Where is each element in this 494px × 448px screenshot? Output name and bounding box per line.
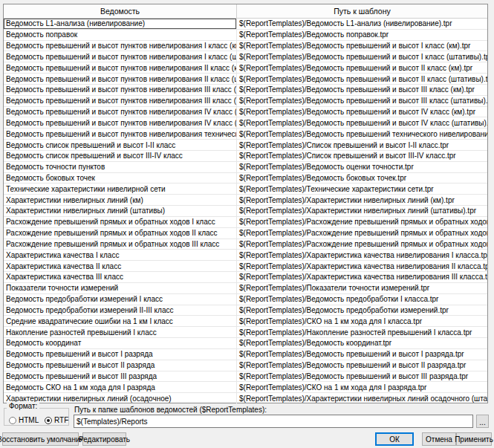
table-row[interactable]: Расхождение превышений прямых и обратных…: [4, 228, 487, 239]
report-name-cell[interactable]: Показатели точности измерений: [4, 283, 237, 293]
table-row[interactable]: Ведомость превышений и высот пунктов нив…: [4, 129, 487, 140]
template-path-cell[interactable]: $(ReportTemplates)/Ведомость превышений …: [237, 74, 487, 84]
report-name-cell[interactable]: Ведомость превышений и высот пунктов нив…: [4, 41, 237, 51]
table-row[interactable]: Ведомость превышений и высот пунктов нив…: [4, 62, 487, 74]
table-row[interactable]: Технические характеристики нивелирной се…: [4, 184, 487, 195]
template-path-cell[interactable]: $(ReportTemplates)/Ведомость превышений …: [237, 129, 487, 139]
table-row[interactable]: Характеристики нивелирных линий (штативы…: [4, 206, 487, 217]
radio-circle-icon[interactable]: [45, 417, 52, 424]
template-path-cell[interactable]: $(ReportTemplates)/Характеристика качест…: [237, 250, 487, 260]
table-row[interactable]: Расхождение превышений прямых и обратных…: [4, 239, 487, 250]
apply-button[interactable]: Применить: [456, 432, 492, 446]
radio-html[interactable]: HTML: [9, 416, 39, 424]
ok-button[interactable]: ОК: [375, 432, 414, 446]
table-row[interactable]: Характеристика качества II класс$(Report…: [4, 261, 487, 272]
table-row[interactable]: Ведомость превышений и высот I разряда$(…: [4, 349, 487, 360]
template-path-cell[interactable]: $(ReportTemplates)/Ведомость предобработ…: [237, 305, 487, 316]
table-row[interactable]: Ведомость список превышений и высот I-II…: [4, 140, 487, 151]
report-name-cell[interactable]: Расхождение превышений прямых и обратных…: [4, 228, 237, 238]
report-name-cell[interactable]: Ведомость список превышений и высот III-…: [4, 151, 237, 161]
table-row[interactable]: Ведомость предобработки измерений II-III…: [4, 305, 487, 316]
table-row[interactable]: Ведомость превышений и высот III разряда…: [4, 371, 487, 383]
template-path-cell[interactable]: $(ReportTemplates)/Характеристики нивели…: [237, 393, 487, 403]
table-row[interactable]: Показатели точности измерений$(ReportTem…: [4, 283, 487, 294]
report-name-cell[interactable]: Ведомость превышений и высот пунктов нив…: [4, 107, 237, 117]
template-path-cell[interactable]: $(ReportTemplates)/Ведомость превышений …: [237, 371, 487, 382]
table-row[interactable]: Ведомость превышений и высот пунктов нив…: [4, 85, 487, 96]
report-name-cell[interactable]: Характеристика качества I класс: [4, 250, 237, 260]
table-row[interactable]: Ведомость превышений и высот пунктов нив…: [4, 74, 487, 85]
radio-rtf[interactable]: RTF: [45, 416, 68, 424]
table-row[interactable]: Ведомость превышений и высот пунктов нив…: [4, 41, 487, 52]
report-name-cell[interactable]: Характеристика качества III класс: [4, 272, 237, 282]
template-path-cell[interactable]: $(ReportTemplates)/Ведомость предобработ…: [237, 294, 487, 305]
column-header-report[interactable]: Ведомость: [4, 4, 237, 18]
table-row[interactable]: Ведомость поправок$(ReportTemplates)/Вед…: [4, 30, 487, 41]
template-path-cell[interactable]: $(ReportTemplates)/Ведомость превышений …: [237, 360, 487, 371]
table-row[interactable]: Расхождение превышений прямых и обратных…: [4, 217, 487, 228]
template-path-cell[interactable]: $(ReportTemplates)/Список превышений и в…: [237, 151, 487, 161]
table-row[interactable]: Ведомость предобработки измерений I клас…: [4, 294, 487, 305]
template-path-cell[interactable]: $(ReportTemplates)/Ведомость превышений …: [237, 107, 487, 117]
template-path-cell[interactable]: $(ReportTemplates)/Ведомость координат.t…: [237, 338, 487, 348]
template-path-cell[interactable]: $(ReportTemplates)/Расхождение превышени…: [237, 217, 487, 227]
template-path-cell[interactable]: $(ReportTemplates)/Показатели точности и…: [237, 283, 487, 293]
report-name-cell[interactable]: Ведомость превышений и высот пунктов нив…: [4, 74, 237, 84]
report-name-cell[interactable]: Накопление разностей превышений I класс: [4, 327, 237, 337]
table-row[interactable]: Ведомость L1-анализа (нивелирование)$(Re…: [4, 19, 487, 30]
template-path-cell[interactable]: $(ReportTemplates)/Характеристика качест…: [237, 272, 487, 282]
report-name-cell[interactable]: Расхождение превышений прямых и обратных…: [4, 217, 237, 227]
template-path-cell[interactable]: $(ReportTemplates)/Ведомость оценки точн…: [237, 162, 487, 172]
cancel-button[interactable]: Отмена: [422, 432, 456, 446]
table-row[interactable]: Ведомость список превышений и высот III-…: [4, 151, 487, 162]
report-name-cell[interactable]: Ведомость превышений и высот III разряда: [4, 371, 237, 382]
report-name-cell[interactable]: Расхождение превышений прямых и обратных…: [4, 239, 237, 250]
table-row[interactable]: Характеристики нивелирных линий (осадочн…: [4, 393, 487, 403]
template-path-cell[interactable]: $(ReportTemplates)/Характеристики нивели…: [237, 206, 487, 216]
restore-defaults-button[interactable]: Восстановить умолчания: [2, 432, 79, 446]
template-path-cell[interactable]: $(ReportTemplates)/Ведомость превышений …: [237, 51, 487, 62]
table-row[interactable]: Характеристика качества I класс$(ReportT…: [4, 250, 487, 261]
template-path-cell[interactable]: $(ReportTemplates)/Ведомость превышений …: [237, 349, 487, 360]
report-name-cell[interactable]: Ведомость список превышений и высот I-II…: [4, 140, 237, 150]
report-name-cell[interactable]: Ведомость координат: [4, 338, 237, 348]
report-name-cell[interactable]: Ведомость превышений и высот II разряда: [4, 360, 237, 371]
column-header-template-path[interactable]: Путь к шаблону: [237, 4, 487, 18]
template-path-cell[interactable]: $(ReportTemplates)/Список превышений и в…: [237, 140, 487, 150]
radio-circle-icon[interactable]: [9, 417, 16, 424]
report-name-cell[interactable]: Ведомость превышений и высот пунктов нив…: [4, 117, 237, 128]
report-name-cell[interactable]: Ведомость предобработки измерений I клас…: [4, 294, 237, 305]
table-row[interactable]: Ведомость точности пунктов$(ReportTempla…: [4, 162, 487, 173]
report-name-cell[interactable]: Средние квадратические ошибки на 1 км I …: [4, 316, 237, 326]
report-name-cell[interactable]: Характеристика качества II класс: [4, 261, 237, 271]
template-path-cell[interactable]: $(ReportTemplates)/Ведомость превышений …: [237, 41, 487, 51]
report-name-cell[interactable]: Ведомость превышений и высот пунктов нив…: [4, 85, 237, 95]
template-path-cell[interactable]: $(ReportTemplates)/Характеристики нивели…: [237, 195, 487, 205]
report-name-cell[interactable]: Ведомость L1-анализа (нивелирование): [4, 19, 237, 29]
template-path-cell[interactable]: $(ReportTemplates)/Ведомость L1-анализ (…: [237, 19, 487, 29]
table-row[interactable]: Ведомость превышений и высот пунктов нив…: [4, 107, 487, 118]
table-row[interactable]: Ведомость координат$(ReportTemplates)/Ве…: [4, 338, 487, 349]
template-path-cell[interactable]: $(ReportTemplates)/Ведомость превышений …: [237, 117, 487, 128]
table-row[interactable]: Ведомость превышений и высот пунктов нив…: [4, 51, 487, 62]
report-name-cell[interactable]: Ведомость боковых точек: [4, 173, 237, 184]
report-name-cell[interactable]: Ведомость превышений и высот пунктов нив…: [4, 96, 237, 106]
report-name-cell[interactable]: Ведомость превышений и высот пунктов нив…: [4, 129, 237, 139]
report-name-cell[interactable]: Ведомость превышений и высот пунктов нив…: [4, 62, 237, 73]
report-name-cell[interactable]: Ведомость предобработки измерений II-III…: [4, 305, 237, 316]
template-path-cell[interactable]: $(ReportTemplates)/Расхождение превышени…: [237, 239, 487, 250]
report-name-cell[interactable]: Характеристики нивелирных линий (км): [4, 195, 237, 205]
edit-button[interactable]: Редактировать: [82, 432, 126, 446]
template-path-cell[interactable]: $(ReportTemplates)/Расхождение превышени…: [237, 228, 487, 238]
report-name-cell[interactable]: Ведомость превышений и высот пунктов нив…: [4, 51, 237, 62]
table-row[interactable]: Ведомость СКО на 1 км хода для I разряда…: [4, 382, 487, 393]
table-row[interactable]: Характеристики нивелирных линий (км)$(Re…: [4, 195, 487, 206]
browse-button[interactable]: ...: [476, 415, 489, 428]
template-path-cell[interactable]: $(ReportTemplates)/СКО на 1 км хода для …: [237, 316, 487, 326]
table-row[interactable]: Средние квадратические ошибки на 1 км I …: [4, 316, 487, 327]
table-row[interactable]: Ведомость превышений и высот пунктов нив…: [4, 96, 487, 107]
template-path-cell[interactable]: $(ReportTemplates)/Ведомость превышений …: [237, 62, 487, 73]
table-row[interactable]: Ведомость боковых точек$(ReportTemplates…: [4, 173, 487, 184]
template-path-cell[interactable]: $(ReportTemplates)/Накопление разностей …: [237, 327, 487, 337]
table-row[interactable]: Ведомость превышений и высот пунктов нив…: [4, 117, 487, 129]
